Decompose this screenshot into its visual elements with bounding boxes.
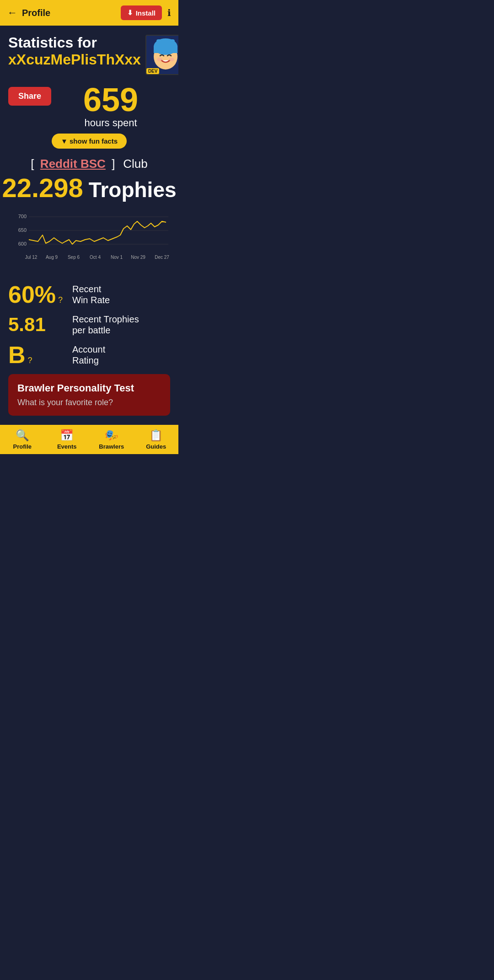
svg-point-4 [157, 58, 162, 61]
install-button[interactable]: ⬇ Install [121, 5, 162, 20]
svg-text:Dec 27: Dec 27 [155, 255, 169, 260]
svg-text:Nov 29: Nov 29 [131, 255, 145, 260]
fun-facts-button[interactable]: ▼ show fun facts [52, 134, 127, 149]
hours-label: hours spent [51, 117, 170, 129]
win-rate-value: 60% [8, 283, 56, 306]
account-rating-question[interactable]: ? [28, 356, 32, 365]
guides-icon: 📋 [149, 429, 163, 442]
personality-banner[interactable]: Brawler Personality Test What is your fa… [8, 374, 170, 416]
svg-text:Jul 12: Jul 12 [25, 255, 38, 260]
guides-label: Guides [146, 443, 166, 450]
trophies-chart: 700 650 600 Jul 12 Aug 9 Sep 6 Oct 4 Nov… [8, 209, 170, 273]
svg-rect-6 [156, 39, 175, 43]
svg-point-5 [169, 58, 174, 61]
svg-text:700: 700 [18, 214, 27, 219]
trophies-per-battle-value-block: 5.81 [8, 315, 68, 334]
account-rating-value: B [8, 343, 26, 367]
info-button[interactable]: ℹ [167, 7, 171, 18]
trophies-label: Trophies [89, 177, 177, 202]
events-label: Events [57, 443, 77, 450]
profile-icon: 🔍 [16, 429, 29, 442]
trophies-per-battle-row: 5.81 Recent Trophiesper battle [8, 314, 170, 336]
trophies-row: 22.298 Trophies [8, 175, 170, 202]
trophies-number: 22.298 [2, 175, 83, 201]
top-bar-right: ⬇ Install ℹ [121, 5, 171, 20]
club-row: [ Reddit BSC ] Club [8, 157, 170, 171]
trophies-per-battle-value: 5.81 [8, 315, 46, 334]
nav-events[interactable]: 📅 Events [45, 429, 90, 450]
club-link[interactable]: Reddit BSC [40, 157, 106, 171]
username-text: xXcuzMePlisThXxx [8, 51, 141, 68]
account-rating-row: B ? AccountRating [8, 343, 170, 367]
win-rate-question[interactable]: ? [58, 295, 63, 305]
nav-guides[interactable]: 📋 Guides [134, 429, 179, 450]
win-rate-desc: RecentWin Rate [72, 284, 110, 305]
bracket-open: [ [31, 157, 34, 171]
top-bar: ← Profile ⬇ Install ℹ [0, 0, 178, 26]
svg-text:Aug 9: Aug 9 [46, 255, 58, 260]
hours-block: 659 hours spent [51, 83, 170, 129]
stats-title-block: Statistics for xXcuzMePlisThXxx [8, 35, 141, 69]
fun-facts-row: ▼ show fun facts [8, 134, 170, 149]
back-button[interactable]: ← [7, 7, 17, 19]
stats-header: Statistics for xXcuzMePlisThXxx [8, 35, 170, 75]
main-content: Statistics for xXcuzMePlisThXxx [0, 26, 178, 425]
avatar-block: DEV [145, 35, 178, 75]
svg-rect-3 [154, 46, 177, 53]
dev-badge: DEV [146, 68, 160, 74]
stats-for-text: Statistics for [8, 35, 141, 51]
brawlers-label: Brawlers [99, 443, 124, 450]
nav-brawlers[interactable]: 🎭 Brawlers [89, 429, 134, 450]
events-icon: 📅 [60, 429, 74, 442]
hours-number: 659 [51, 83, 170, 116]
club-label: Club [123, 157, 147, 171]
personality-title: Brawler Personality Test [17, 382, 161, 394]
win-rate-row: 60% ? RecentWin Rate [8, 283, 170, 306]
download-icon: ⬇ [127, 9, 133, 17]
svg-text:650: 650 [18, 227, 27, 233]
install-label: Install [136, 9, 156, 17]
svg-text:Oct 4: Oct 4 [90, 255, 101, 260]
chart-container: 700 650 600 Jul 12 Aug 9 Sep 6 Oct 4 Nov… [8, 209, 170, 274]
bracket-close: ] [112, 157, 115, 171]
win-rate-value-block: 60% ? [8, 283, 68, 306]
page-title: Profile [22, 8, 50, 18]
svg-text:600: 600 [18, 241, 27, 246]
profile-label: Profile [13, 443, 32, 450]
nav-profile[interactable]: 🔍 Profile [0, 429, 45, 450]
trophies-per-battle-desc: Recent Trophiesper battle [72, 314, 139, 336]
share-hours-row: Share 659 hours spent [8, 83, 170, 129]
svg-text:Nov 1: Nov 1 [111, 255, 123, 260]
svg-text:Sep 6: Sep 6 [68, 255, 80, 260]
top-bar-left: ← Profile [7, 7, 50, 19]
bottom-nav: 🔍 Profile 📅 Events 🎭 Brawlers 📋 Guides [0, 425, 178, 454]
brawlers-icon: 🎭 [105, 429, 118, 442]
account-rating-value-block: B ? [8, 343, 68, 367]
personality-subtitle: What is your favorite role? [17, 398, 161, 407]
account-rating-desc: AccountRating [72, 344, 105, 366]
share-button[interactable]: Share [8, 87, 51, 106]
